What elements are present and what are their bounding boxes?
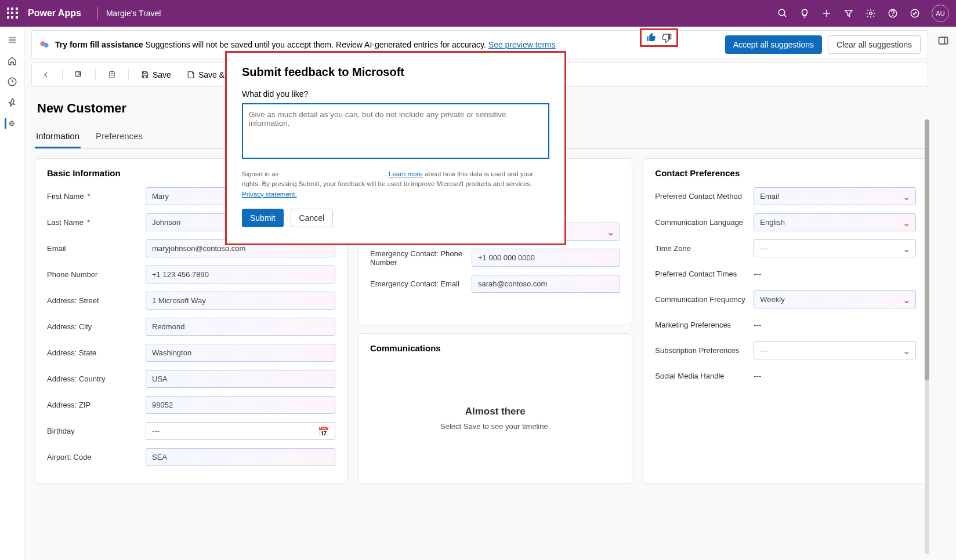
svg-line-1 <box>784 14 786 17</box>
user-avatar[interactable]: AU <box>932 5 949 22</box>
search-icon[interactable] <box>777 8 788 19</box>
divider <box>97 7 98 20</box>
filter-icon[interactable] <box>843 8 854 19</box>
settings-icon[interactable] <box>866 8 876 19</box>
svg-point-4 <box>870 12 872 15</box>
diagnostics-icon[interactable] <box>910 8 920 19</box>
lightbulb-icon[interactable] <box>799 8 810 19</box>
app-name: Power Apps <box>28 8 81 19</box>
svg-point-0 <box>778 9 785 16</box>
top-header: Power Apps Margie's Travel AU <box>0 0 956 27</box>
svg-point-6 <box>893 15 893 16</box>
header-actions: AU <box>777 5 949 22</box>
environment-name: Margie's Travel <box>106 9 161 18</box>
help-icon[interactable] <box>888 8 898 19</box>
app-launcher-icon[interactable] <box>7 8 19 19</box>
plus-icon[interactable] <box>821 8 832 19</box>
